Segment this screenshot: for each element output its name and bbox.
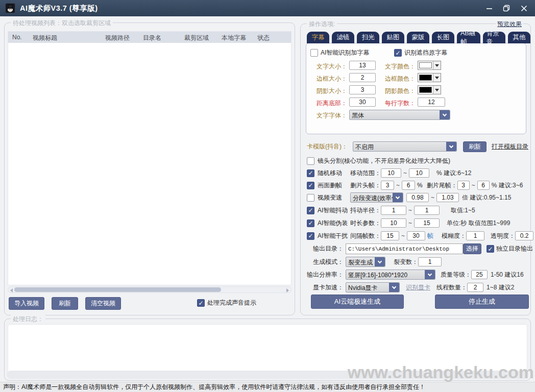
split-count-input[interactable] (418, 257, 442, 266)
template-refresh-button[interactable]: 刷新 (463, 141, 487, 152)
clear-video-button[interactable]: 清空视频 (85, 297, 121, 310)
speed-max-input[interactable] (436, 193, 459, 202)
scroll-left-icon[interactable] (10, 288, 13, 292)
font-select[interactable]: 黑体 (349, 110, 450, 120)
chevron-down-icon[interactable] (440, 110, 450, 119)
minimize-button[interactable] (483, 2, 495, 14)
chevron-down-icon[interactable] (425, 270, 435, 279)
open-template-dir-link[interactable]: 打开模板目录 (492, 142, 528, 151)
bottom-distance-label: 距离底部： (308, 99, 347, 108)
threads-input[interactable] (467, 283, 483, 292)
cover-original-checkbox[interactable]: ✓ (394, 49, 402, 57)
alpha-input[interactable] (515, 231, 533, 240)
border-size-label: 边框大小： (308, 75, 347, 83)
output-dir-input[interactable] (346, 243, 463, 254)
head-frames-unit: % (417, 182, 423, 189)
random-move-checkbox[interactable]: ✓ (307, 169, 314, 177)
shake-radius-min-input[interactable] (381, 206, 406, 215)
tab-abframes[interactable]: AB融帧 (457, 32, 480, 43)
ai-interfere-checkbox[interactable]: ✓ (307, 232, 314, 240)
head-frames-max-input[interactable] (402, 181, 415, 190)
window-title: AI魔术师V3.7 (尊享版) (20, 4, 98, 13)
lens-split-checkbox[interactable]: ✓ (307, 157, 314, 165)
dropdown-arrow-icon[interactable] (433, 86, 441, 94)
tab-bgm[interactable]: 背景音 (483, 32, 505, 43)
tail-frames-max-input[interactable] (477, 181, 490, 190)
refresh-list-button[interactable]: 刷新 (52, 297, 78, 310)
move-range-min-input[interactable] (381, 168, 401, 178)
scrollbar-thumb[interactable] (14, 287, 221, 292)
shadow-color-picker[interactable] (418, 85, 441, 94)
interval-min-input[interactable] (381, 231, 399, 240)
shake-radius-max-input[interactable] (414, 206, 440, 215)
resolution-select[interactable]: 竖屏[9:16]-1080*1920 (346, 270, 435, 280)
speed-mode-value: 分段变速(效率优 (351, 193, 393, 202)
text-size-input[interactable] (349, 61, 376, 70)
speed-mode-select[interactable]: 分段变速(效率优 (350, 192, 403, 203)
chevron-down-icon[interactable] (389, 283, 399, 292)
move-range-label: 移动范围： (350, 169, 381, 178)
text-color-label: 文字颜色： (378, 62, 416, 71)
shadow-size-input[interactable] (349, 85, 376, 94)
horizontal-scrollbar[interactable] (8, 286, 291, 293)
stop-generate-button[interactable]: 停止生成 (435, 295, 529, 309)
tab-mask[interactable]: 蒙版 (407, 32, 429, 43)
import-video-button[interactable]: 导入视频 (9, 297, 44, 310)
tilde-separator: ~ (431, 194, 434, 201)
ai-disguise-checkbox[interactable]: ✓ (307, 219, 314, 227)
font-select-value: 黑体 (350, 110, 440, 119)
border-color-picker[interactable] (418, 73, 441, 82)
independent-dir-checkbox[interactable]: ✓ (487, 245, 494, 253)
ai-add-subtitle-checkbox[interactable]: ✓ (310, 49, 318, 57)
blur-input[interactable] (466, 231, 484, 240)
tab-subtitle[interactable]: 字幕 (307, 32, 329, 43)
chars-per-line-input[interactable] (418, 97, 445, 107)
sound-tip-label: 处理完成声音提示 (207, 299, 256, 307)
gpu-select[interactable]: Nvidia显卡 (346, 282, 400, 292)
cloud-generate-button[interactable]: AI云端极速生成 (311, 295, 404, 309)
blur-label: 模糊度： (442, 232, 466, 240)
bottom-distance-input[interactable] (349, 97, 376, 107)
maximize-button[interactable] (500, 2, 513, 14)
duration-max-input[interactable] (414, 218, 440, 228)
chevron-down-icon[interactable] (393, 193, 403, 202)
video-list-panel-label: 待处理视频列表：双击选取裁剪区域 (11, 19, 113, 28)
ai-shake-checkbox[interactable]: ✓ (307, 207, 314, 214)
quality-input[interactable] (471, 270, 488, 279)
split-count-label: 裂变数： (394, 258, 418, 266)
close-button[interactable] (518, 2, 530, 14)
dropdown-arrow-icon[interactable] (433, 74, 441, 82)
tab-sticker[interactable]: 贴图 (382, 32, 404, 43)
tab-other[interactable]: 其他 (508, 32, 530, 43)
chevron-down-icon[interactable] (446, 142, 456, 151)
border-color-label: 边框颜色： (378, 75, 416, 83)
template-select[interactable]: 不启用 (353, 141, 457, 152)
ai-shake-label: AI智能抖动 (318, 206, 350, 215)
sound-tip-checkbox[interactable]: ✓ (197, 299, 205, 307)
text-color-picker[interactable] (418, 61, 441, 70)
head-frames-min-input[interactable] (381, 181, 394, 190)
video-table-header: No. 视频标题 视频路径 目录名 裁剪区域 本地字幕 状态 (8, 32, 291, 43)
scroll-right-icon[interactable] (286, 288, 289, 292)
speed-change-checkbox[interactable]: ✓ (307, 194, 314, 202)
border-color-swatch (419, 75, 432, 81)
tab-longimage[interactable]: 长图 (432, 32, 454, 43)
border-size-input[interactable] (349, 73, 376, 82)
tilde-separator: ~ (403, 169, 407, 177)
tail-frames-min-input[interactable] (457, 181, 470, 190)
duration-min-input[interactable] (381, 218, 406, 228)
frame-delete-checkbox[interactable]: ✓ (307, 182, 314, 189)
dropdown-arrow-icon[interactable] (433, 61, 441, 69)
move-range-max-input[interactable] (409, 168, 429, 178)
tab-filter[interactable]: 滤镜 (332, 32, 354, 43)
preview-effect-link[interactable]: 预览效果 (496, 20, 523, 29)
gen-mode-select[interactable]: 裂变生成 (346, 257, 385, 267)
choose-dir-button[interactable]: 选择 (463, 243, 481, 254)
tab-sweep[interactable]: 扫光 (357, 32, 379, 43)
interval-max-input[interactable] (407, 231, 425, 240)
chevron-down-icon[interactable] (375, 257, 385, 266)
detect-gpu-link[interactable]: 识别显卡 (406, 283, 430, 292)
tilde-separator: ~ (396, 182, 400, 189)
video-table[interactable]: No. 视频标题 视频路径 目录名 裁剪区域 本地字幕 状态 (8, 31, 291, 285)
speed-min-input[interactable] (406, 193, 429, 202)
